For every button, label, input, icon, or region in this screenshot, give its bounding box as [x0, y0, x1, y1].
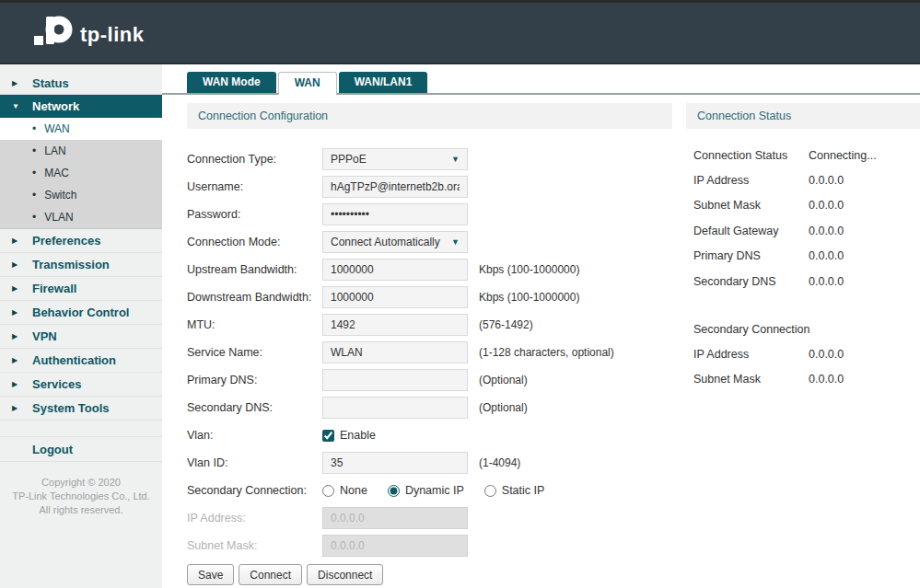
primary-dns-input[interactable] — [322, 369, 468, 391]
connection-configuration-form: Connection Type: PPPoE ▼ Username: Passw… — [187, 145, 689, 585]
sidebar-item-behavior-control[interactable]: ▶ Behavior Control — [0, 301, 162, 325]
expand-arrow-icon: ▶ — [12, 404, 21, 412]
vlan-enable-checkbox[interactable] — [322, 430, 334, 442]
connection-status-title: Connection Status — [686, 103, 920, 129]
field-connection-type: Connection Type: PPPoE ▼ — [187, 145, 689, 173]
radio-static-ip[interactable] — [484, 485, 496, 497]
app-header: tp-link — [0, 0, 920, 64]
sidebar-subitem-lan[interactable]: • LAN — [0, 140, 162, 162]
connect-button[interactable]: Connect — [239, 564, 302, 585]
sidebar-item-transmission[interactable]: ▶ Transmission — [0, 253, 162, 277]
field-vlan-id: Vlan ID: (1-4094) — [187, 449, 689, 477]
field-primary-dns: Primary DNS: (Optional) — [187, 366, 689, 394]
field-downstream-bandwidth: Downstream Bandwidth: Kbps (100-1000000) — [187, 283, 689, 311]
status-row: Primary DNS 0.0.0.0 — [693, 244, 920, 269]
password-input[interactable] — [322, 203, 468, 225]
sidebar: ▶ Status ▼ Network • WAN • LAN • MAC • S… — [0, 64, 162, 588]
sidebar-item-label: Network — [32, 99, 79, 113]
connection-status-panel: Connection Status Connecting... IP Addre… — [693, 143, 920, 392]
field-vlan-enable: Vlan: Enable — [187, 421, 689, 449]
bullet-icon: • — [32, 167, 36, 179]
sidebar-item-services[interactable]: ▶ Services — [0, 373, 162, 397]
save-button[interactable]: Save — [187, 564, 234, 585]
logout-button[interactable]: Logout — [0, 436, 162, 462]
tp-link-logo: tp-link — [32, 15, 145, 55]
tp-link-logo-icon — [32, 15, 75, 55]
tp-link-admin-window: tp-link ▶ Status ▼ Network • WAN • LAN •… — [0, 0, 920, 588]
secondary-connection-status-title: Secondary Connection — [693, 317, 920, 341]
sidebar-item-authentication[interactable]: ▶ Authentication — [0, 349, 162, 373]
field-hint: (Optional) — [479, 401, 528, 414]
connection-status-value: Connecting... — [809, 149, 877, 162]
disconnect-button[interactable]: Disconnect — [307, 564, 383, 585]
expand-arrow-icon: ▶ — [12, 236, 21, 245]
sidebar-item-vpn[interactable]: ▶ VPN — [0, 325, 162, 349]
field-hint: (576-1492) — [479, 318, 533, 331]
radio-dynamic-ip[interactable] — [388, 485, 400, 497]
tab-wan-lan1[interactable]: WAN/LAN1 — [339, 72, 428, 93]
form-buttons: Save Connect Disconnect — [187, 564, 689, 585]
username-input[interactable] — [322, 176, 468, 198]
copyright-text: Copyright © 2020 TP-Link Technologies Co… — [0, 476, 162, 517]
sidebar-item-label: Status — [32, 76, 69, 90]
field-username: Username: — [187, 173, 689, 201]
service-name-input[interactable] — [322, 341, 468, 363]
expand-arrow-icon: ▶ — [12, 284, 21, 293]
status-row: Subnet Mask 0.0.0.0 — [693, 193, 920, 218]
field-mtu: MTU: (576-1492) — [187, 311, 689, 339]
field-ip-address: IP Address: — [187, 504, 689, 532]
expand-arrow-icon: ▶ — [12, 356, 21, 364]
field-hint: Kbps (100-1000000) — [479, 263, 579, 276]
radio-none[interactable] — [322, 485, 334, 497]
status-row: Connection Status Connecting... — [693, 143, 920, 167]
bullet-icon: • — [32, 122, 36, 135]
tab-wan-mode[interactable]: WAN Mode — [187, 72, 276, 93]
vlan-id-input[interactable] — [322, 452, 468, 474]
tab-wan[interactable]: WAN — [278, 72, 337, 95]
sidebar-subitem-mac[interactable]: • MAC — [0, 162, 162, 184]
field-secondary-dns: Secondary DNS: (Optional) — [187, 394, 689, 421]
sidebar-subitem-wan[interactable]: • WAN — [0, 118, 162, 140]
connection-mode-select[interactable]: Connect Automatically ▼ — [322, 231, 468, 253]
expand-arrow-icon: ▶ — [12, 380, 21, 388]
upstream-bandwidth-input[interactable] — [322, 259, 468, 281]
field-hint: Kbps (100-1000000) — [479, 291, 579, 304]
secondary-dns-input[interactable] — [322, 397, 468, 419]
sidebar-item-status[interactable]: ▶ Status — [0, 72, 162, 95]
ip-address-input — [322, 507, 468, 529]
status-row: IP Address 0.0.0.0 — [693, 341, 920, 366]
status-row: Secondary DNS 0.0.0.0 — [693, 269, 920, 294]
field-hint: (1-128 characters, optional) — [479, 346, 614, 359]
connection-configuration-title: Connection Configuration — [187, 103, 672, 129]
sidebar-item-preferences[interactable]: ▶ Preferences — [0, 229, 162, 253]
connection-type-select[interactable]: PPPoE ▼ — [322, 148, 468, 170]
bullet-icon: • — [32, 189, 36, 202]
dropdown-arrow-icon: ▼ — [451, 155, 460, 164]
field-secondary-connection: Secondary Connection: None Dynamic IP St… — [187, 477, 689, 504]
network-submenu: • WAN • LAN • MAC • Switch • VLAN — [0, 118, 162, 229]
dropdown-arrow-icon: ▼ — [451, 237, 460, 247]
subnet-mask-input — [322, 535, 468, 557]
downstream-bandwidth-input[interactable] — [322, 286, 468, 308]
field-connection-mode: Connection Mode: Connect Automatically ▼ — [187, 228, 689, 256]
field-hint: (1-4094) — [479, 456, 520, 469]
tp-link-logo-text: tp-link — [80, 23, 145, 47]
expand-arrow-icon: ▶ — [12, 260, 21, 269]
status-row: Default Gateway 0.0.0.0 — [693, 218, 920, 243]
sidebar-item-system-tools[interactable]: ▶ System Tools — [0, 397, 162, 421]
field-upstream-bandwidth: Upstream Bandwidth: Kbps (100-1000000) — [187, 256, 689, 283]
status-row: IP Address 0.0.0.0 — [693, 167, 920, 192]
field-hint: (Optional) — [479, 374, 528, 386]
expand-arrow-icon: ▶ — [12, 308, 21, 317]
expand-arrow-icon: ▶ — [12, 332, 21, 340]
sidebar-item-network[interactable]: ▼ Network — [0, 95, 162, 118]
secondary-connection-radio-group: None Dynamic IP Static IP — [322, 484, 565, 497]
field-service-name: Service Name: (1-128 characters, optiona… — [187, 339, 689, 366]
sidebar-subitem-switch[interactable]: • Switch — [0, 184, 162, 206]
field-subnet-mask: Subnet Mask: — [187, 532, 689, 559]
status-row: Subnet Mask 0.0.0.0 — [693, 367, 920, 392]
sidebar-subitem-vlan[interactable]: • VLAN — [0, 206, 162, 228]
sidebar-item-firewall[interactable]: ▶ Firewall — [0, 277, 162, 301]
collapse-arrow-icon: ▼ — [12, 102, 21, 110]
mtu-input[interactable] — [322, 314, 468, 336]
